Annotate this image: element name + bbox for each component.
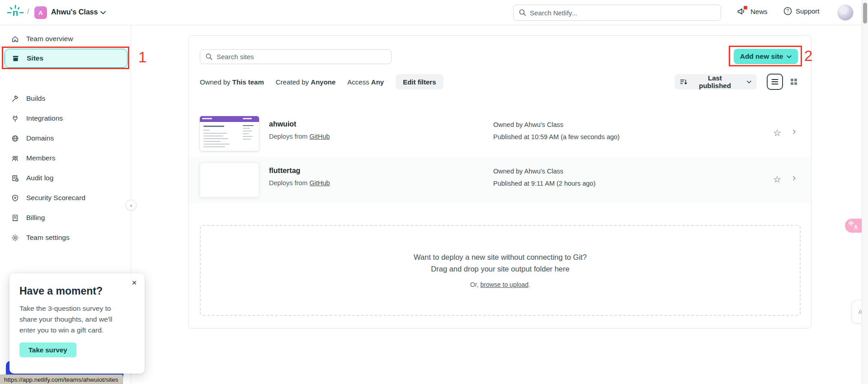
filter-label: Owned by (200, 78, 231, 86)
filter-created-by[interactable]: Created by Anyone (276, 78, 336, 86)
sidebar-label: Billing (26, 214, 45, 222)
browse-to-upload-link[interactable]: browse to upload (481, 281, 529, 288)
svg-text:n: n (13, 7, 19, 18)
filter-value: Any (371, 78, 384, 86)
github-link[interactable]: GitHub (309, 179, 330, 187)
filter-owned-by[interactable]: Owned by This team (200, 78, 264, 86)
sidebar-label: Sites (27, 54, 43, 62)
header: n / A Ahwu's Class (0, 0, 868, 25)
support-label: Support (796, 7, 820, 15)
sidebar-label: Security Scorecard (26, 194, 85, 202)
globe-icon (11, 135, 19, 142)
chevron-right-icon[interactable]: › (793, 126, 796, 137)
sidebar-item-audit-log[interactable]: Audit log (0, 168, 131, 188)
close-icon[interactable]: × (129, 278, 139, 288)
take-survey-button[interactable]: Take survey (19, 342, 76, 357)
add-new-site-label: Add new site (740, 52, 783, 61)
help-icon: ? (783, 7, 792, 15)
netlify-logo-icon[interactable]: n (6, 5, 24, 21)
search-icon (519, 9, 527, 17)
billing-icon (11, 214, 19, 222)
add-new-site-button[interactable]: Add new site (734, 49, 798, 64)
sites-list: ahwuiot Deploys from GitHub Owned by Ahw… (189, 110, 811, 203)
sidebar-label: Audit log (26, 174, 53, 182)
sidebar-item-members[interactable]: Members (0, 148, 131, 168)
gear-icon (11, 234, 19, 242)
filter-label: Access (347, 78, 369, 86)
grid-view-toggle[interactable] (786, 74, 802, 90)
sidebar-item-team-overview[interactable]: Team overview (0, 29, 131, 49)
sidebar-item-domains[interactable]: Domains (0, 128, 131, 148)
site-search (200, 49, 392, 64)
site-row-fluttertag[interactable]: fluttertag Deploys from GitHub Owned by … (189, 157, 811, 203)
deploys-from-label: Deploys from (269, 179, 307, 187)
list-icon (771, 79, 778, 85)
site-deploy-info: Deploys from GitHub (269, 179, 330, 187)
global-search-input[interactable] (513, 5, 721, 21)
translate-latin-glyph: A (854, 224, 858, 230)
sort-button[interactable]: Last published (675, 74, 757, 89)
chevron-right-icon[interactable]: › (793, 172, 796, 184)
sidebar-collapse-button[interactable]: ‹ (126, 200, 137, 211)
svg-text:?: ? (787, 8, 789, 14)
site-deploy-info: Deploys from GitHub (269, 133, 330, 140)
dropzone-line1: Want to deploy a new site without connec… (201, 253, 800, 262)
search-icon (205, 53, 213, 61)
chevron-down-icon (787, 55, 792, 58)
translate-cn-glyph: 中 (849, 220, 854, 228)
user-avatar[interactable] (837, 5, 854, 21)
browser-status-bar: https://app.netlify.com/teams/ahwuiot/si… (0, 375, 123, 384)
scrollbar-thumb[interactable] (863, 3, 867, 23)
sidebar-label: Domains (26, 134, 54, 142)
site-thumbnail[interactable] (200, 163, 259, 197)
filters-row: Owned by This team Created by Anyone Acc… (200, 74, 443, 89)
deploys-from-label: Deploys from (269, 133, 307, 140)
global-search (513, 5, 721, 21)
scrollbar-track[interactable] (862, 0, 868, 384)
site-name[interactable]: fluttertag (269, 167, 300, 175)
drag-drop-zone[interactable]: Want to deploy a new site without connec… (200, 225, 801, 316)
netlify-dashboard: n / A Ahwu's Class (0, 0, 868, 384)
dropzone-line3: Or, browse to upload. (201, 281, 800, 288)
github-link[interactable]: GitHub (309, 133, 330, 140)
filter-value: Anyone (311, 78, 335, 86)
sidebar-item-builds[interactable]: Builds (0, 89, 131, 108)
support-button[interactable]: ? Support (783, 7, 820, 15)
sidebar-label: Builds (26, 94, 45, 103)
chevron-down-icon[interactable] (100, 11, 106, 14)
sidebar-item-sites[interactable]: Sites (5, 49, 127, 68)
sidebar-item-billing[interactable]: Billing (0, 208, 131, 228)
favorite-star-icon[interactable]: ☆ (771, 173, 783, 186)
period: . (528, 281, 530, 288)
sidebar-item-security-scorecard[interactable]: Security Scorecard (0, 188, 131, 208)
audit-log-icon (11, 174, 19, 182)
dropzone-line2: Drag and drop your site output folder he… (201, 265, 800, 273)
news-button[interactable]: News (737, 7, 768, 16)
grid-icon (790, 78, 797, 85)
site-name[interactable]: ahwuiot (269, 120, 296, 128)
filter-value: This team (232, 78, 264, 86)
site-search-input[interactable] (200, 49, 392, 64)
notification-dot (744, 6, 747, 9)
sidebar-item-integrations[interactable]: Integrations (0, 108, 131, 128)
list-view-toggle[interactable] (767, 74, 783, 90)
site-thumbnail[interactable] (200, 116, 259, 151)
edit-filters-button[interactable]: Edit filters (396, 74, 443, 89)
megaphone-icon (737, 7, 747, 16)
or-label: Or, (470, 281, 481, 288)
favorite-star-icon[interactable]: ☆ (771, 126, 783, 139)
breadcrumb-separator: / (27, 8, 29, 16)
site-row-ahwuiot[interactable]: ahwuiot Deploys from GitHub Owned by Ahw… (189, 110, 811, 157)
sites-panel: Add new site Owned by This team Created … (188, 35, 811, 328)
site-owner: Owned by Ahwu's Class (493, 168, 563, 175)
filter-access[interactable]: Access Any (347, 78, 384, 86)
team-avatar[interactable]: A (34, 6, 47, 19)
status-url: https://app.netlify.com/teams/ahwuiot/si… (4, 376, 118, 383)
hammer-icon (11, 95, 19, 103)
translate-button[interactable]: 中 A (845, 219, 862, 233)
survey-popup: × Have a moment? Take the 3-question sur… (9, 273, 145, 374)
home-icon (11, 35, 19, 43)
members-icon (11, 155, 19, 162)
survey-body: Take the 3-question survey to share your… (19, 303, 127, 336)
sidebar-item-team-settings[interactable]: Team settings (0, 228, 131, 248)
